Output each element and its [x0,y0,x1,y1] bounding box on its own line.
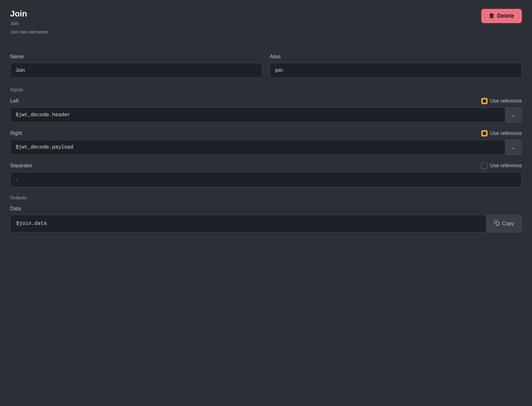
copy-button[interactable]: Copy [486,215,522,232]
left-chevron-icon: ⌄ [511,112,516,118]
left-use-reference[interactable]: Use reference [481,98,522,104]
separator-input-row: Separator Use reference [10,162,522,187]
alias-input[interactable] [270,63,522,78]
right-chevron-icon: ⌄ [511,144,516,150]
data-output-label: Data [10,206,21,212]
left-dropdown-button[interactable]: ⌄ [505,107,522,123]
separator-reference-checkbox[interactable] [481,162,488,169]
right-reference-label: Use reference [490,130,522,136]
left-reference-checkbox[interactable] [481,98,488,104]
page-title: Join [10,9,48,19]
copy-button-label: Copy [502,221,514,226]
delete-button-label: Delete [497,13,514,19]
page-subtitle: Join [10,21,48,26]
inputs-section-label: Inputs [10,87,522,92]
name-input[interactable] [10,63,262,78]
right-input-header: Right Use reference [10,130,522,136]
separator-input[interactable] [10,172,522,187]
delete-button[interactable]: 🗑 Delete [481,9,522,23]
page-description: Join two elements [10,29,48,35]
data-output-row: Data $join.data Copy [10,206,522,232]
left-reference-label: Use reference [490,98,522,104]
copy-icon [494,220,500,227]
header-left: Join Join Join two elements [10,9,48,35]
left-label: Left [10,98,19,104]
left-input-row: Left Use reference ⌄ [10,98,522,123]
alias-label: Alias [270,54,522,60]
name-alias-row: Name Alias [10,54,522,78]
left-input-header: Left Use reference [10,98,522,104]
alias-group: Alias [270,54,522,78]
svg-rect-0 [496,222,499,225]
right-dropdown-button[interactable]: ⌄ [505,140,522,155]
name-group: Name [10,54,262,78]
right-input-row: Right Use reference ⌄ [10,130,522,155]
section-divider [0,43,532,44]
right-input-container: ⌄ [10,140,522,155]
data-output-container: $join.data Copy [10,215,522,232]
outputs-section-label: Outputs [10,195,522,200]
left-input[interactable] [10,107,505,123]
left-input-container: ⌄ [10,107,522,123]
header-section: Join Join Join two elements 🗑 Delete [10,9,522,35]
right-use-reference[interactable]: Use reference [481,130,522,136]
trash-icon: 🗑 [489,13,495,19]
name-label: Name [10,54,262,60]
right-label: Right [10,130,22,136]
separator-use-reference[interactable]: Use reference [481,162,522,169]
separator-reference-label: Use reference [490,163,522,168]
separator-label: Separator [10,163,32,168]
data-output-value: $join.data [10,216,486,232]
separator-input-header: Separator Use reference [10,162,522,169]
right-input[interactable] [10,140,505,155]
right-reference-checkbox[interactable] [481,130,488,136]
data-output-header: Data [10,206,522,212]
